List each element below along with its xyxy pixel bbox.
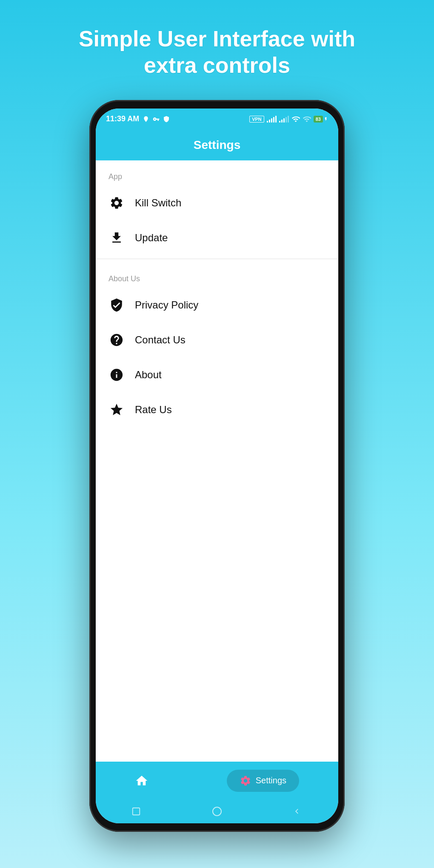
android-nav-bar — [96, 800, 338, 823]
lightning-icon — [324, 116, 328, 123]
settings-nav-label: Settings — [256, 776, 286, 785]
status-right: VPN — [249, 115, 328, 123]
svg-point-2 — [213, 807, 221, 816]
menu-item-contact-us[interactable]: Contact Us — [96, 323, 338, 357]
status-bar: 11:39 AM VPN — [96, 108, 338, 130]
status-left: 11:39 AM — [106, 114, 170, 123]
battery-box: 83 — [314, 116, 328, 123]
headline: Simple User Interface with extra control… — [45, 0, 389, 100]
menu-item-update[interactable]: Update — [96, 220, 338, 255]
section-header-about-us: About Us — [96, 263, 338, 288]
info-circle-icon — [108, 367, 125, 383]
status-time: 11:39 AM — [106, 114, 139, 123]
shield-check-icon — [163, 116, 170, 123]
back-button[interactable] — [292, 805, 304, 817]
home-icon — [135, 774, 148, 788]
nav-settings[interactable]: Settings — [227, 770, 299, 792]
content-area: App Kill Switch Update — [96, 160, 338, 762]
update-label: Update — [135, 232, 168, 244]
help-circle-icon — [108, 332, 125, 348]
section-divider — [96, 259, 338, 259]
nav-home[interactable] — [135, 774, 148, 788]
recent-apps-button[interactable] — [130, 805, 142, 817]
svg-rect-1 — [133, 808, 140, 815]
battery-level: 83 — [314, 116, 323, 123]
signal-bars-1 — [267, 116, 277, 123]
privacy-policy-label: Privacy Policy — [135, 299, 198, 311]
section-header-app: App — [96, 160, 338, 186]
signal-bars-2 — [279, 116, 289, 123]
wifi-icon — [291, 115, 300, 123]
shield-icon — [108, 297, 125, 313]
gear-icon — [108, 195, 125, 211]
headline-line2: extra controls — [144, 53, 290, 77]
download-icon — [108, 230, 125, 246]
settings-nav-icon — [240, 775, 251, 787]
vpn-key-icon — [153, 116, 160, 123]
bottom-nav: Settings — [96, 762, 338, 800]
star-icon — [108, 402, 125, 418]
menu-item-kill-switch[interactable]: Kill Switch — [96, 186, 338, 220]
phone-screen: 11:39 AM VPN — [96, 108, 338, 823]
headline-line1: Simple User Interface with — [79, 26, 355, 51]
wifi-icon-2 — [303, 115, 311, 123]
menu-item-rate-us[interactable]: Rate Us — [96, 392, 338, 427]
menu-item-about[interactable]: About — [96, 357, 338, 392]
vpn-badge: VPN — [249, 116, 264, 123]
menu-item-privacy-policy[interactable]: Privacy Policy — [96, 288, 338, 323]
rate-us-label: Rate Us — [135, 404, 172, 416]
app-bar: Settings — [96, 130, 338, 160]
android-home-button[interactable] — [211, 805, 223, 817]
phone-shell: 11:39 AM VPN — [89, 100, 345, 832]
app-bar-title: Settings — [194, 138, 240, 152]
location-icon — [143, 116, 149, 123]
kill-switch-label: Kill Switch — [135, 197, 181, 209]
about-label: About — [135, 369, 162, 381]
contact-us-label: Contact Us — [135, 334, 186, 346]
